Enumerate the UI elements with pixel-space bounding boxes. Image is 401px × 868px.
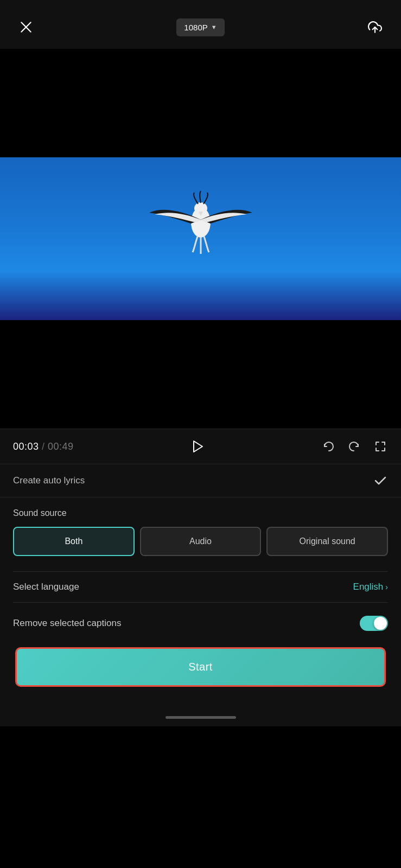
black-area-bottom <box>0 320 401 429</box>
video-preview <box>0 157 401 320</box>
undo-button[interactable] <box>321 439 336 454</box>
total-time: 00:49 <box>48 441 74 452</box>
settings-panel: Sound source Both Audio Original sound S… <box>0 497 401 709</box>
resolution-button[interactable]: 1080P ▼ <box>176 18 224 36</box>
language-text: English <box>353 582 384 592</box>
language-label: Select language <box>13 582 79 592</box>
toggle-thumb <box>374 617 387 630</box>
time-display: 00:03 / 00:49 <box>13 441 74 452</box>
language-value[interactable]: English › <box>353 582 388 592</box>
auto-lyrics-label: Create auto lyrics <box>13 475 85 486</box>
remove-captions-label: Remove selected captions <box>13 618 121 629</box>
close-button[interactable] <box>15 16 37 38</box>
play-button[interactable] <box>187 437 207 456</box>
select-language-row[interactable]: Select language English › <box>13 571 388 603</box>
top-bar: 1080P ▼ <box>0 0 401 49</box>
time-separator: / <box>42 441 48 452</box>
sound-source-label: Sound source <box>13 508 388 518</box>
black-area-top <box>0 49 401 157</box>
fullscreen-button[interactable] <box>373 439 388 454</box>
auto-lyrics-bar: Create auto lyrics <box>0 464 401 497</box>
source-button-both[interactable]: Both <box>13 527 135 556</box>
start-button[interactable]: Start <box>15 647 386 687</box>
playback-controls: 00:03 / 00:49 <box>0 429 401 464</box>
remove-captions-toggle[interactable] <box>360 616 388 631</box>
current-time: 00:03 <box>13 441 39 452</box>
svg-marker-5 <box>194 441 202 452</box>
home-bar <box>166 716 236 719</box>
sound-source-row: Both Audio Original sound <box>13 527 388 556</box>
language-chevron: › <box>385 583 388 591</box>
start-button-wrapper: Start <box>13 647 388 698</box>
remove-captions-row: Remove selected captions <box>13 616 388 631</box>
check-button[interactable] <box>373 473 388 488</box>
source-button-original[interactable]: Original sound <box>266 527 388 556</box>
upload-button[interactable] <box>364 16 386 38</box>
control-icons <box>321 439 388 454</box>
bird-image <box>147 184 255 273</box>
home-indicator <box>0 709 401 726</box>
resolution-arrow: ▼ <box>211 24 217 30</box>
resolution-label: 1080P <box>184 23 207 32</box>
source-button-audio[interactable]: Audio <box>140 527 262 556</box>
redo-button[interactable] <box>347 439 362 454</box>
